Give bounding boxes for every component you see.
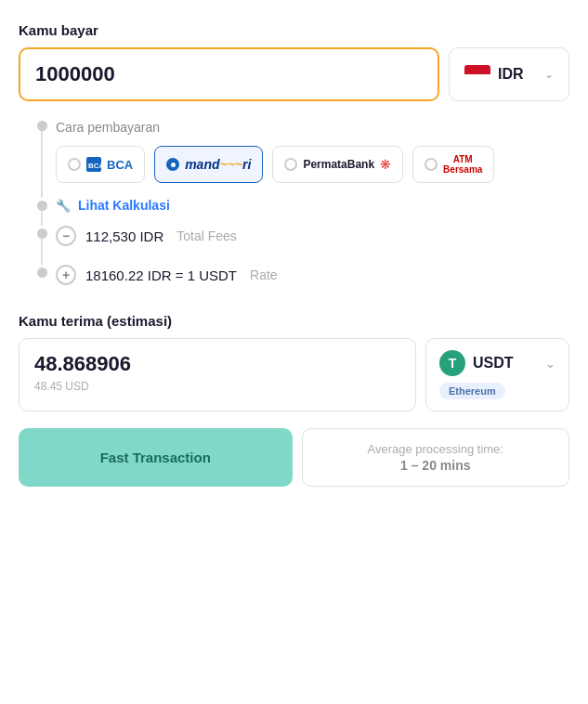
fast-transaction-button[interactable]: Fast Transaction <box>19 428 293 487</box>
payment-method-label: Cara pembayaran <box>56 120 569 135</box>
payment-option-permata[interactable]: PermataBank ❋ <box>272 146 403 183</box>
payment-method-step: Cara pembayaran BCA BCA mand~~~ri <box>28 118 569 198</box>
svg-rect-0 <box>464 65 490 74</box>
kamu-terima-section: Kamu terima (estimasi) 48.868906 48.45 U… <box>19 313 569 411</box>
avg-processing-title: Average processing time: <box>314 442 558 456</box>
step-dot-3 <box>37 228 47 239</box>
fees-step: − 112,530 IDR Total Fees <box>28 226 569 265</box>
currency-code: IDR <box>498 66 537 83</box>
radio-atm <box>425 158 438 171</box>
usdt-top: T USDT ⌄ <box>439 350 555 376</box>
step-dot-4 <box>37 267 47 278</box>
ethereum-badge: Ethereum <box>439 383 505 399</box>
payment-option-mandiri[interactable]: mand~~~ri <box>154 146 263 183</box>
permata-leaf-icon: ❋ <box>380 157 391 172</box>
amount-input-wrapper[interactable] <box>19 47 439 101</box>
payment-options: BCA BCA mand~~~ri PermataBank ❋ <box>56 146 569 183</box>
currency-selector[interactable]: IDR ⌄ <box>449 47 569 101</box>
svg-text:BCA: BCA <box>88 162 101 170</box>
terima-amount-box: 48.868906 48.45 USD <box>19 338 416 411</box>
avg-processing-time: 1 – 20 mins <box>314 458 558 473</box>
calc-wrench-icon: 🔧 <box>56 199 71 213</box>
rate-label: Rate <box>250 267 278 282</box>
kamu-bayar-row: IDR ⌄ <box>19 47 569 101</box>
usdt-chevron-icon: ⌄ <box>545 357 555 371</box>
step-connector-1 <box>41 131 43 198</box>
radio-bca <box>68 158 81 171</box>
chevron-down-icon: ⌄ <box>544 68 554 81</box>
payment-option-atm[interactable]: ATMBersama <box>412 146 494 183</box>
plus-icon: + <box>56 265 76 285</box>
usdt-icon: T <box>439 350 465 376</box>
rate-row: + 18160.22 IDR = 1 USDT Rate <box>56 265 569 285</box>
step-left-2 <box>28 198 56 226</box>
bottom-row: Fast Transaction Average processing time… <box>19 428 569 487</box>
kamu-bayar-label: Kamu bayar <box>19 22 569 38</box>
kalkulasi-content: 🔧 Lihat Kalkulasi <box>56 198 569 226</box>
usdt-code: USDT <box>473 355 538 372</box>
bca-text: BCA <box>107 158 133 172</box>
radio-mandiri <box>166 158 179 171</box>
kamu-bayar-section: Kamu bayar IDR ⌄ <box>19 22 569 101</box>
fees-content: − 112,530 IDR Total Fees <box>56 226 569 265</box>
fees-label: Total Fees <box>176 228 237 243</box>
step-left-4 <box>28 265 56 304</box>
step-dot-1 <box>37 121 47 131</box>
fees-amount: 112,530 IDR <box>85 228 163 244</box>
rate-content: + 18160.22 IDR = 1 USDT Rate <box>56 265 569 304</box>
terima-usd: 48.45 USD <box>34 380 400 393</box>
kamu-terima-row: 48.868906 48.45 USD T USDT ⌄ Ethereum <box>19 338 569 411</box>
rate-step: + 18160.22 IDR = 1 USDT Rate <box>28 265 569 304</box>
radio-permata <box>284 158 297 171</box>
lihat-kalkulasi-link[interactable]: Lihat Kalkulasi <box>78 198 170 213</box>
permata-text: PermataBank <box>303 158 374 171</box>
rate-amount: 18160.22 IDR = 1 USDT <box>85 267 237 283</box>
step-left-1 <box>28 118 56 198</box>
step-connector-2 <box>41 211 43 226</box>
mandiri-text: mand~~~ri <box>185 157 251 172</box>
kalkulasi-row: 🔧 Lihat Kalkulasi <box>56 198 569 213</box>
payment-method-content: Cara pembayaran BCA BCA mand~~~ri <box>56 118 569 198</box>
avg-processing-box: Average processing time: 1 – 20 mins <box>302 428 570 487</box>
bca-logo-icon: BCA <box>86 157 101 172</box>
terima-amount-value: 48.868906 <box>34 352 400 376</box>
atm-logo-icon: ATMBersama <box>443 154 482 175</box>
network-badge-wrapper: Ethereum <box>439 382 555 399</box>
kalkulasi-step: 🔧 Lihat Kalkulasi <box>28 198 569 226</box>
minus-icon: − <box>56 226 76 246</box>
timeline-wrapper: Cara pembayaran BCA BCA mand~~~ri <box>28 118 569 304</box>
payment-option-bca[interactable]: BCA BCA <box>56 146 145 183</box>
step-dot-2 <box>37 201 47 211</box>
step-left-3 <box>28 226 56 265</box>
fees-row: − 112,530 IDR Total Fees <box>56 226 569 246</box>
svg-rect-1 <box>464 74 490 84</box>
usdt-currency-selector[interactable]: T USDT ⌄ Ethereum <box>425 338 569 411</box>
kamu-terima-label: Kamu terima (estimasi) <box>19 313 569 329</box>
radio-mandiri-inner <box>171 163 176 167</box>
amount-input[interactable] <box>35 62 423 86</box>
idr-flag-icon <box>464 65 490 84</box>
step-connector-3 <box>41 239 43 265</box>
